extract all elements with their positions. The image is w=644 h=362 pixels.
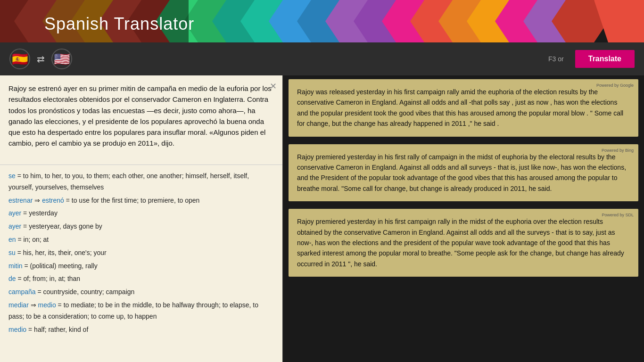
powered-by-label: Powered by Google [596, 83, 634, 88]
dict-entry: se = to him, to her, to you, to them; ea… [8, 171, 274, 193]
dict-link[interactable]: estrenó [42, 197, 64, 204]
target-language-flag[interactable]: 🇺🇸 [51, 49, 72, 69]
main-content: Rajoy se estrenó ayer en su primer mitin… [0, 75, 644, 362]
dict-entry: de = of; from; in, at; than [8, 273, 274, 285]
toolbar: 🇪🇸 ⇄ 🇺🇸 F3 or Translate [0, 42, 644, 75]
dict-link[interactable]: en [8, 236, 16, 243]
shortcut-label: F3 or [548, 55, 564, 63]
dict-link[interactable]: mediar [8, 301, 29, 309]
dict-entry: ayer = yesterday [8, 208, 274, 219]
dict-link[interactable]: estrenar [8, 197, 33, 204]
dict-entry: estrenar ⇒ estrenó = to use for the firs… [8, 195, 274, 206]
dict-entry: mediar ⇒ medio = to mediate; to be in th… [8, 300, 274, 322]
dict-link[interactable]: mitin [8, 262, 23, 270]
dict-link[interactable]: se [8, 172, 16, 180]
translation-text: Rajoy premiered yesterday in his first c… [297, 218, 624, 268]
dict-entry: su = his, her, its, their, one's; your [8, 247, 274, 259]
dict-entry: mitin = (political) meeting, rally [8, 261, 274, 272]
input-text-area[interactable]: Rajoy se estrenó ayer en su primer mitin… [0, 75, 282, 165]
dict-entry: en = in; on; at [8, 234, 274, 246]
translation-card: Powered by SDLRajoy premiered yesterday … [289, 209, 638, 277]
translation-card: Powered by BingRajoy premiered yesterday… [289, 144, 638, 202]
source-language-flag[interactable]: 🇪🇸 [9, 49, 30, 69]
dict-entry: ayer = yesteryear, days gone by [8, 221, 274, 232]
dict-entry: campaña = countryside, country; campaign [8, 287, 274, 298]
swap-languages-icon[interactable]: ⇄ [37, 53, 45, 65]
translation-text: Rajoy premiered yesterday in his first r… [297, 153, 626, 192]
right-panel: Powered by GoogleRajoy was released yest… [283, 75, 644, 362]
dict-link[interactable]: ayer [8, 209, 21, 217]
dict-entry: medio = half; rather, kind of [8, 324, 274, 336]
dict-link[interactable]: medio [38, 301, 56, 309]
app-header: Spanish Translator [0, 0, 644, 42]
dict-link[interactable]: medio [8, 326, 26, 333]
svg-marker-21 [594, 0, 644, 42]
translation-text: Rajoy was released yesterday in his firs… [297, 88, 623, 127]
powered-by-label: Powered by Bing [602, 148, 634, 153]
left-panel: Rajoy se estrenó ayer en su primer mitin… [0, 75, 283, 362]
dict-link[interactable]: campaña [8, 288, 36, 296]
clear-input-button[interactable]: ✕ [270, 81, 277, 91]
input-text: Rajoy se estrenó ayer en su primer mitin… [8, 84, 272, 147]
dict-link[interactable]: ayer [8, 222, 21, 230]
translation-card: Powered by GoogleRajoy was released yest… [289, 79, 638, 137]
powered-by-label: Powered by SDL [602, 213, 634, 218]
app-title: Spanish Translator [44, 14, 194, 34]
dict-link[interactable]: de [8, 275, 16, 282]
dict-link[interactable]: su [8, 249, 16, 256]
translate-button[interactable]: Translate [575, 50, 635, 68]
dictionary-area: se = to him, to her, to you, to them; ea… [0, 165, 282, 362]
